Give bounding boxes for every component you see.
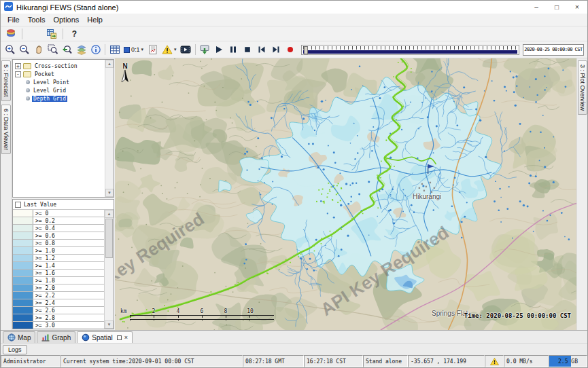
menu-help[interactable]: Help (83, 14, 107, 25)
status-coordinates: -35.657 , 174.199 (408, 355, 485, 367)
close-button[interactable]: × (567, 1, 587, 14)
chevron-down-icon: ▾ (174, 47, 177, 52)
tree-scrollbar[interactable]: ▲ ▼ (105, 60, 114, 197)
bottom-tab-bar: Map Graph Spatial × (1, 330, 587, 343)
legend-row: >= 0.2 (13, 217, 104, 225)
tab-graph[interactable]: Graph (37, 331, 75, 343)
legend-row: >= 2.4 (13, 299, 104, 307)
undock-tab-icon[interactable] (117, 335, 122, 340)
explorer-panel: + Cross-section - Pocket Level Point (12, 58, 115, 330)
legend-swatch (13, 307, 33, 314)
chart-icon (41, 333, 50, 342)
step-back-button[interactable] (255, 43, 269, 56)
step-forward-button[interactable] (269, 43, 283, 56)
legend-swatch (13, 210, 33, 217)
status-warning-cell[interactable] (485, 355, 504, 367)
legend-row: >= 1.4 (13, 262, 104, 270)
profile-document-button[interactable] (145, 43, 160, 56)
legend-list: >= 0 >= 0.2 >= 0.4 >= 0.6 >= 0.8 >= 1.0 … (13, 210, 104, 329)
database-icon[interactable] (3, 27, 18, 41)
warnings-dropdown[interactable]: ▾ (160, 43, 179, 56)
expand-icon[interactable]: + (15, 63, 21, 69)
legend-swatch (13, 247, 33, 254)
legend-swatch (13, 262, 33, 269)
status-system-time: Current system time:2020-09-01 00:00 CST (60, 355, 243, 367)
menu-options[interactable]: Options (49, 14, 83, 25)
zoom-previous-button[interactable] (60, 43, 74, 56)
tab-data-viewer[interactable]: 6 : Data Viewer (1, 105, 11, 154)
app-icon (4, 1, 13, 14)
scroll-up-icon[interactable]: ▲ (105, 210, 114, 218)
tab-map[interactable]: Map (3, 331, 35, 343)
tree-node-level-grid[interactable]: Level Grid (15, 86, 105, 94)
titlebar: Hikurangi FEWS (Stand alone) – □ × (1, 1, 587, 14)
tree-node-cross-section[interactable]: + Cross-section (15, 62, 105, 70)
globe-icon (7, 333, 16, 342)
menu-file[interactable]: File (3, 14, 24, 25)
scroll-up-icon[interactable]: ▲ (105, 60, 114, 68)
zoom-out-button[interactable] (17, 43, 31, 56)
legend-row: >= 0 (13, 210, 104, 217)
map-toolbar: 0:1 ▾ ▾ 2020-08-25 00:00:00 CST (1, 41, 587, 58)
last-value-checkbox[interactable] (15, 202, 21, 208)
tab-forecast[interactable]: 5 : Forecast (1, 60, 11, 101)
zoom-rectangle-button[interactable] (46, 43, 60, 56)
legend-scrollbar[interactable]: ▲ ▼ (104, 210, 114, 329)
scroll-down-icon[interactable]: ▼ (105, 189, 114, 197)
toolbar-separator (105, 44, 105, 55)
close-tab-icon[interactable]: × (124, 334, 128, 341)
legend-swatch (13, 240, 33, 246)
info-button[interactable] (88, 43, 103, 56)
record-button[interactable] (283, 43, 298, 56)
timeline-handle[interactable] (304, 46, 308, 54)
tree-node-level-point[interactable]: Level Point (15, 78, 105, 86)
scrollbar-thumb[interactable] (105, 219, 113, 258)
folder-icon (23, 71, 31, 77)
import-data-icon[interactable] (44, 27, 58, 41)
toolbar-separator (195, 44, 196, 55)
toolbar-separator (22, 29, 22, 39)
pan-button[interactable] (31, 43, 46, 56)
node-dot-icon (26, 88, 30, 92)
collapse-icon[interactable]: - (15, 71, 21, 77)
layer-select-dropdown[interactable]: 0:1 ▾ (122, 43, 145, 56)
logs-row: Logs (1, 343, 587, 355)
legend-row: >= 0.6 (13, 232, 104, 240)
zoom-in-button[interactable] (3, 43, 17, 56)
legend-swatch (13, 277, 33, 284)
legend-row: >= 2.2 (13, 292, 104, 299)
legend-row: >= 0.4 (13, 225, 104, 232)
layers-button[interactable] (74, 43, 88, 56)
filter-tree: + Cross-section - Pocket Level Point (12, 59, 114, 198)
legend-swatch (13, 322, 33, 329)
place-label-springs-flat: Springs Flat (432, 310, 468, 317)
tab-spatial[interactable]: Spatial × (77, 331, 133, 343)
help-button[interactable]: ? (67, 27, 82, 41)
timeline-slider[interactable] (301, 45, 519, 55)
north-arrow: N (121, 62, 129, 85)
grid-display-button[interactable] (107, 43, 122, 56)
scroll-down-icon[interactable]: ▼ (105, 320, 114, 329)
animation-movie-button[interactable] (179, 43, 193, 56)
status-memory: 2.5 GB (549, 355, 587, 367)
compass-needle-icon (121, 70, 129, 84)
menubar: File Tools Options Help (1, 14, 587, 26)
app-window: Hikurangi FEWS (Stand alone) – □ × File … (0, 0, 588, 368)
window-title: Hikurangi FEWS (Stand alone) (16, 3, 118, 12)
export-snapshot-button[interactable] (198, 43, 212, 56)
play-button[interactable] (212, 43, 226, 56)
status-mode: Stand alone (363, 355, 408, 367)
minimize-button[interactable]: – (526, 1, 547, 14)
logs-button[interactable]: Logs (3, 345, 27, 354)
menu-tools[interactable]: Tools (24, 14, 50, 25)
legend-header-label: Last Value (24, 202, 56, 208)
map-viewport[interactable]: N API Key Required API Key Required Hiku… (115, 58, 576, 330)
maximize-button[interactable]: □ (547, 1, 567, 14)
tab-plot-overview[interactable]: 3 : Plot Overview (578, 60, 587, 115)
pause-button[interactable] (226, 43, 241, 56)
tree-node-pocket[interactable]: - Pocket (15, 70, 105, 78)
tree-node-depth-grid[interactable]: Depth Grid (15, 94, 105, 103)
sphere-icon (82, 333, 90, 342)
stop-button[interactable] (241, 43, 255, 56)
timeline-ticks (303, 46, 517, 50)
